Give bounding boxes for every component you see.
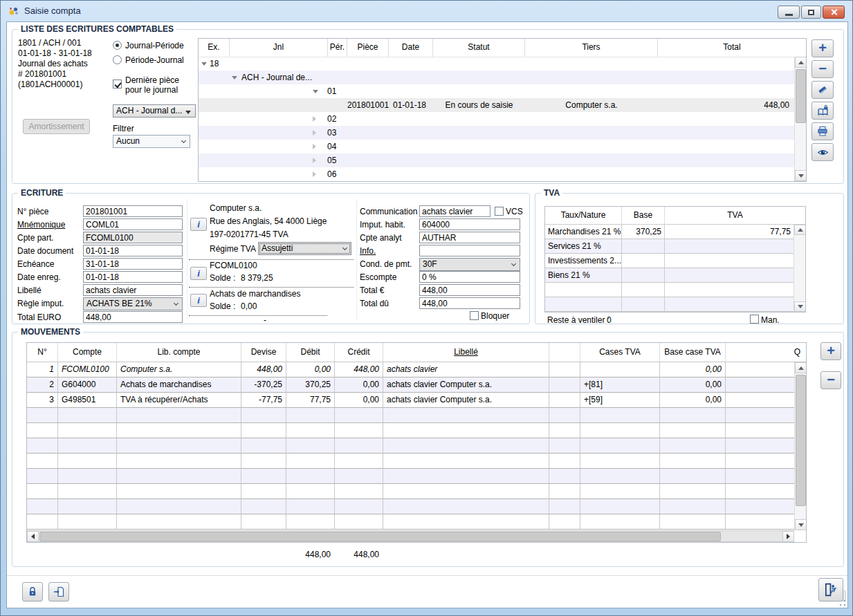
mnemonique-link[interactable]: Mnémonique bbox=[17, 220, 65, 230]
scroll-down-button[interactable] bbox=[794, 301, 806, 312]
scroll-up-button[interactable] bbox=[795, 57, 807, 68]
restore-button[interactable] bbox=[801, 6, 821, 19]
title-bar[interactable]: Saisie compta bbox=[1, 1, 852, 21]
libelle-input[interactable] bbox=[83, 284, 183, 296]
lock-button[interactable] bbox=[22, 582, 43, 601]
resize-grip[interactable] bbox=[839, 599, 846, 606]
mouvement-row[interactable]: 2G604000Achats de marchandises-370,25370… bbox=[27, 377, 794, 393]
minimize-button[interactable] bbox=[778, 6, 800, 19]
entry-row-selected[interactable]: 201801001 01-01-18 En cours de saisie Co… bbox=[199, 98, 794, 112]
tree-row-period-04[interactable]: 04 bbox=[199, 140, 794, 153]
journal-select[interactable]: ACH - Journal d... bbox=[113, 104, 196, 118]
scroll-up-button[interactable] bbox=[794, 225, 806, 235]
scroll-down-button[interactable] bbox=[795, 519, 807, 530]
mouvement-row[interactable]: 3G498501TVA à récupérer/Achats-77,7577,7… bbox=[27, 393, 794, 408]
delete-entry-button[interactable]: − bbox=[811, 60, 834, 78]
add-entry-button[interactable]: + bbox=[811, 39, 834, 57]
tree-row-year[interactable]: 18 bbox=[199, 57, 794, 71]
mouvement-row-empty[interactable] bbox=[27, 499, 794, 514]
total-du-input[interactable] bbox=[419, 297, 520, 309]
scroll-left-button[interactable] bbox=[27, 531, 39, 542]
entries-vscrollbar[interactable] bbox=[794, 57, 806, 181]
tree-row-period-06[interactable]: 06 bbox=[199, 167, 794, 181]
col-libelle-link[interactable]: Libellé bbox=[383, 343, 549, 362]
tree-row-period-01[interactable]: 01 bbox=[199, 84, 794, 98]
mouvement-row-empty[interactable] bbox=[27, 454, 794, 469]
mouvement-row-empty[interactable] bbox=[27, 408, 794, 423]
journal-periode-radio[interactable] bbox=[113, 41, 122, 50]
collapsed-icon[interactable] bbox=[313, 158, 316, 163]
imput-habit-input[interactable] bbox=[419, 218, 520, 230]
regle-imput-select[interactable]: ACHATS BE 21% bbox=[83, 297, 183, 310]
scroll-right-button[interactable] bbox=[782, 531, 794, 542]
tva-row[interactable]: Services 21 % bbox=[545, 239, 794, 254]
col-total[interactable]: Total bbox=[658, 39, 806, 57]
date-enreg-input[interactable] bbox=[83, 271, 183, 283]
mouvement-row-empty[interactable] bbox=[27, 469, 794, 484]
collapsed-icon[interactable] bbox=[313, 116, 316, 122]
expanded-icon[interactable] bbox=[232, 76, 237, 80]
exit-button[interactable] bbox=[818, 578, 843, 601]
collapsed-icon[interactable] bbox=[313, 130, 316, 136]
tva-row[interactable]: Marchandises 21 %370,2577,75 bbox=[545, 225, 794, 239]
info-link[interactable]: Info. bbox=[360, 246, 376, 256]
tva-row-empty[interactable] bbox=[545, 297, 794, 312]
bloquer-checkbox[interactable] bbox=[470, 311, 479, 320]
expanded-icon[interactable] bbox=[201, 62, 207, 66]
amortissement-button[interactable]: Amortissement bbox=[23, 119, 90, 134]
filtrer-select[interactable]: Aucun bbox=[113, 135, 190, 148]
communication-input[interactable] bbox=[419, 205, 490, 217]
mouvement-row[interactable]: 1FCOML0100Computer s.a.448,000,00448,00a… bbox=[27, 362, 794, 377]
tva-row-empty[interactable] bbox=[545, 283, 794, 297]
tva-row[interactable]: Investissements 2... bbox=[545, 254, 794, 268]
scroll-thumb[interactable] bbox=[796, 375, 806, 506]
mnemonique-input[interactable] bbox=[83, 218, 183, 230]
expanded-icon[interactable] bbox=[313, 90, 318, 93]
erase-button[interactable] bbox=[811, 81, 834, 99]
date-document-input[interactable] bbox=[83, 245, 183, 256]
add-mouvement-button[interactable]: + bbox=[820, 342, 841, 360]
cond-pmt-select[interactable]: 30F bbox=[419, 258, 520, 271]
collapsed-icon[interactable] bbox=[313, 171, 316, 177]
escompte-input[interactable] bbox=[419, 271, 520, 283]
mouvement-row-empty[interactable] bbox=[27, 514, 794, 530]
col-statut[interactable]: Statut bbox=[433, 39, 525, 57]
scroll-thumb[interactable] bbox=[39, 532, 721, 541]
partner-info-button[interactable]: i bbox=[190, 218, 207, 231]
collapsed-icon[interactable] bbox=[313, 144, 316, 149]
col-jnl[interactable]: Jnl bbox=[230, 39, 328, 57]
account1-info-button[interactable]: i bbox=[190, 267, 207, 280]
mouvement-row-empty[interactable] bbox=[27, 438, 794, 454]
tree-row-period-05[interactable]: 05 bbox=[199, 153, 794, 167]
mouvement-row-empty[interactable] bbox=[27, 484, 794, 499]
mouvement-row-empty[interactable] bbox=[27, 423, 794, 438]
cpte-part-input[interactable] bbox=[83, 232, 183, 243]
col-ex[interactable]: Ex. bbox=[199, 39, 230, 57]
total-euro-input[interactable] bbox=[83, 311, 183, 323]
derniere-piece-checkbox[interactable] bbox=[113, 80, 122, 88]
close-button[interactable] bbox=[823, 6, 845, 19]
preview-button[interactable] bbox=[811, 143, 834, 161]
tva-row[interactable]: Biens 21 % bbox=[545, 268, 794, 283]
close-journal-button[interactable] bbox=[811, 102, 834, 120]
account2-info-button[interactable]: i bbox=[190, 294, 207, 307]
tree-row-period-03[interactable]: 03 bbox=[199, 126, 794, 140]
mouvements-hscrollbar[interactable] bbox=[27, 530, 794, 542]
import-document-button[interactable] bbox=[48, 582, 69, 601]
col-tiers[interactable]: Tiers bbox=[525, 39, 658, 57]
col-per[interactable]: Pér. bbox=[328, 39, 347, 57]
delete-mouvement-button[interactable]: − bbox=[820, 371, 841, 389]
mouvements-vscrollbar[interactable] bbox=[794, 362, 806, 530]
scroll-thumb[interactable] bbox=[796, 69, 806, 123]
tree-row-period-02[interactable]: 02 bbox=[199, 112, 794, 126]
tva-vscrollbar[interactable] bbox=[794, 225, 805, 312]
info-input[interactable] bbox=[419, 245, 520, 256]
echeance-input[interactable] bbox=[83, 258, 183, 270]
scroll-up-button[interactable] bbox=[795, 362, 807, 373]
col-piece[interactable]: Pièce bbox=[347, 39, 389, 57]
piece-input[interactable] bbox=[83, 205, 183, 217]
vcs-checkbox[interactable] bbox=[495, 207, 504, 216]
man-checkbox[interactable] bbox=[750, 315, 759, 324]
col-date[interactable]: Date bbox=[389, 39, 433, 57]
print-button[interactable] bbox=[811, 122, 834, 140]
